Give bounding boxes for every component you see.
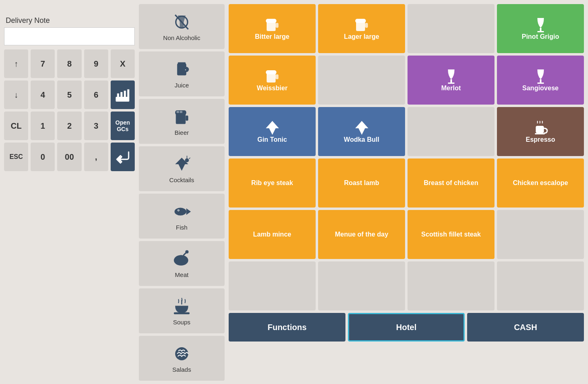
svg-point-9 (184, 67, 189, 72)
numpad-1[interactable]: 1 (31, 112, 55, 140)
numpad-enter[interactable] (111, 143, 135, 171)
item-lager-large[interactable]: Lager large (318, 4, 405, 53)
svg-rect-43 (448, 83, 454, 84)
bottom-buttons: Functions Hotel CASH (229, 313, 584, 342)
numpad-esc[interactable]: ESC (4, 143, 28, 171)
item-bitter-large[interactable]: Bitter large (229, 4, 316, 53)
numpad-special[interactable] (111, 80, 135, 109)
item-label-chicken-escalope: Chicken escalope (513, 179, 568, 188)
numpad-6[interactable]: 6 (84, 80, 108, 109)
svg-rect-3 (124, 91, 126, 98)
numpad-2[interactable]: 2 (57, 112, 81, 140)
left-panel: Delivery Note ↑ 7 8 9 X ↓ 4 5 6 CL 1 2 3… (4, 16, 135, 171)
item-gin-tonic[interactable]: Gin Tonic (229, 107, 316, 156)
cash-button[interactable]: CASH (467, 313, 584, 342)
numpad-8[interactable]: 8 (57, 49, 81, 78)
svg-rect-35 (355, 19, 366, 23)
category-label-bieer: Bieer (174, 129, 189, 136)
delivery-note-input[interactable] (4, 27, 135, 45)
svg-point-17 (185, 158, 189, 162)
item-label-lamb-mince: Lamb mince (253, 230, 291, 239)
svg-line-19 (189, 158, 190, 159)
item-rib-eye-steak[interactable]: Rib eye steak (229, 159, 316, 208)
numpad-5[interactable]: 5 (57, 80, 81, 109)
category-label-soups: Soups (173, 319, 191, 326)
item-label-merlot: Merlot (441, 84, 461, 93)
item-empty-5-2 (408, 261, 494, 310)
item-empty-5-1 (318, 261, 405, 310)
svg-marker-47 (355, 121, 368, 135)
item-empty-4-3 (497, 210, 584, 259)
category-label-non-alcoholic: Non Alcoholic (163, 34, 200, 41)
numpad-cl[interactable]: CL (4, 112, 28, 140)
svg-point-30 (175, 347, 188, 360)
numpad-comma[interactable]: , (84, 143, 108, 171)
category-label-fish: Fish (176, 224, 187, 231)
svg-rect-2 (120, 92, 122, 97)
functions-button[interactable]: Functions (229, 313, 345, 342)
svg-rect-48 (536, 126, 544, 133)
svg-rect-45 (537, 83, 544, 84)
category-label-cocktails: Cocktails (169, 176, 194, 183)
numpad-7[interactable]: 7 (31, 49, 55, 78)
svg-rect-0 (116, 97, 129, 102)
item-weissbier[interactable]: Weissbier (229, 56, 316, 105)
svg-marker-46 (266, 121, 279, 135)
item-pinot-grigio[interactable]: Pinot Grigio (497, 4, 584, 53)
item-label-lager-large: Lager large (344, 33, 379, 41)
svg-rect-13 (186, 115, 188, 121)
item-label-rib-eye-steak: Rib eye steak (251, 179, 293, 188)
svg-rect-32 (266, 19, 276, 23)
numpad-9[interactable]: 9 (84, 49, 108, 78)
item-label-menue-of-the-day: Menue of the day (335, 230, 388, 239)
item-merlot[interactable]: Merlot (408, 56, 494, 105)
category-soups[interactable]: Soups (139, 288, 225, 333)
item-sangiovese[interactable]: Sangiovese (497, 56, 584, 105)
item-label-breast-of-chicken: Breast of chicken (424, 179, 478, 188)
item-chicken-escalope[interactable]: Chicken escalope (497, 159, 584, 208)
numpad-down[interactable]: ↓ (4, 80, 28, 109)
category-meat[interactable]: Meat (139, 241, 225, 286)
item-label-gin-tonic: Gin Tonic (257, 136, 287, 144)
category-non-alcoholic[interactable]: Non Alcoholic (139, 4, 225, 49)
category-label-salads: Salads (172, 366, 191, 373)
numpad-open-gcs[interactable]: OpenGCs (111, 112, 135, 140)
item-wodka-bull[interactable]: Wodka Bull (318, 107, 405, 156)
item-empty-0-2 (408, 4, 494, 53)
category-label-meat: Meat (175, 271, 188, 278)
category-bieer[interactable]: Bieer (139, 99, 225, 144)
svg-rect-1 (117, 94, 119, 98)
svg-rect-49 (535, 133, 545, 134)
svg-point-27 (185, 250, 189, 253)
item-empty-5-0 (229, 261, 316, 310)
item-scottish-fillet-steak[interactable]: Scottish fillet steak (408, 210, 494, 259)
numpad-4[interactable]: 4 (31, 80, 55, 109)
item-lamb-mince[interactable]: Lamb mince (229, 210, 316, 259)
numpad-x[interactable]: X (111, 49, 135, 78)
category-cocktails[interactable]: Cocktails (139, 146, 225, 191)
item-breast-of-chicken[interactable]: Breast of chicken (408, 159, 494, 208)
item-roast-lamb[interactable]: Roast lamb (318, 159, 405, 208)
delivery-note-label: Delivery Note (4, 16, 135, 25)
category-fish[interactable]: Fish (139, 194, 225, 239)
item-menue-of-the-day[interactable]: Menue of the day (318, 210, 405, 259)
numpad-up[interactable]: ↑ (4, 49, 28, 78)
svg-rect-41 (276, 74, 278, 79)
numpad-0[interactable]: 0 (31, 143, 55, 171)
numpad-00[interactable]: 00 (57, 143, 81, 171)
item-empty-5-3 (497, 261, 584, 310)
item-label-wodka-bull: Wodka Bull (344, 136, 379, 144)
svg-rect-44 (540, 79, 541, 83)
item-espresso[interactable]: Espresso (497, 107, 584, 156)
svg-point-25 (175, 255, 187, 263)
svg-rect-36 (365, 23, 368, 28)
svg-rect-15 (180, 111, 182, 113)
hotel-button[interactable]: Hotel (348, 313, 465, 342)
svg-rect-40 (266, 70, 276, 74)
item-label-espresso: Espresso (526, 136, 555, 144)
svg-rect-37 (540, 28, 541, 31)
svg-rect-29 (174, 312, 189, 314)
category-salads[interactable]: Salads (139, 336, 225, 381)
category-juice[interactable]: • Juice (139, 51, 225, 96)
numpad-3[interactable]: 3 (84, 112, 108, 140)
